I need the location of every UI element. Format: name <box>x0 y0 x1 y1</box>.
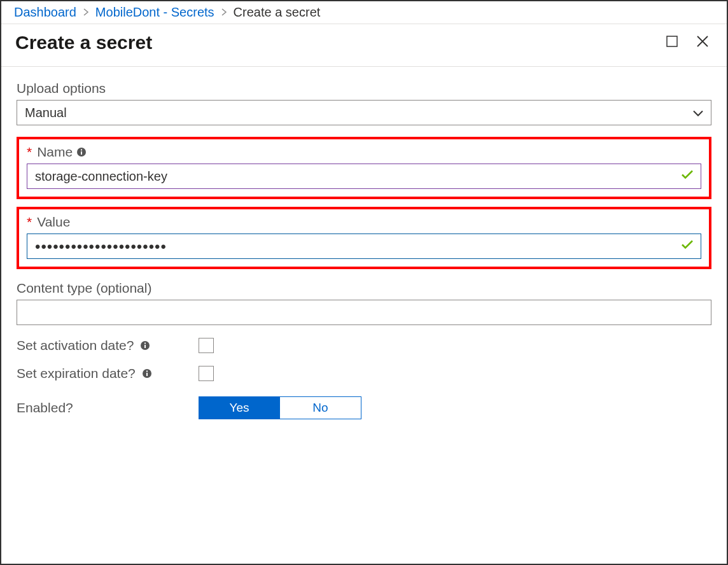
required-star-icon: * <box>27 144 32 160</box>
breadcrumb-mobiledont-secrets[interactable]: MobileDont - Secrets <box>95 5 214 20</box>
chevron-right-icon <box>221 7 227 18</box>
content-type-field: Content type (optional) <box>17 281 711 325</box>
activation-checkbox[interactable] <box>199 338 214 353</box>
enabled-row: Enabled? Yes No <box>17 396 711 419</box>
enabled-toggle: Yes No <box>199 396 361 419</box>
expiration-label: Set expiration date? <box>17 366 136 381</box>
name-label: Name <box>37 144 73 160</box>
value-input[interactable]: •••••••••••••••••••••• <box>27 234 701 259</box>
expiration-checkbox[interactable] <box>199 366 214 381</box>
upload-options-field: Upload options <box>17 81 711 125</box>
enabled-label: Enabled? <box>17 400 179 415</box>
value-label-row: * Value <box>27 214 701 230</box>
page-header: Create a secret <box>1 24 727 67</box>
enabled-no-button[interactable]: No <box>280 396 361 419</box>
activation-date-row: Set activation date? <box>17 338 711 353</box>
info-icon[interactable] <box>76 147 87 157</box>
chevron-right-icon <box>83 7 89 18</box>
svg-rect-0 <box>667 36 677 46</box>
maximize-icon[interactable] <box>666 35 678 51</box>
breadcrumb: Dashboard MobileDont - Secrets Create a … <box>1 1 727 24</box>
required-star-icon: * <box>27 214 32 230</box>
info-icon[interactable] <box>140 340 150 351</box>
svg-rect-5 <box>144 345 146 348</box>
value-highlight: * Value •••••••••••••••••••••• <box>17 207 711 269</box>
content-type-input[interactable] <box>17 300 711 325</box>
value-label: Value <box>37 214 70 230</box>
svg-rect-3 <box>81 150 82 151</box>
page-title: Create a secret <box>15 32 152 53</box>
breadcrumb-current: Create a secret <box>234 5 321 20</box>
check-icon <box>681 169 694 184</box>
enabled-yes-button[interactable]: Yes <box>199 396 280 419</box>
name-label-row: * Name <box>27 144 701 160</box>
upload-options-label: Upload options <box>17 81 711 96</box>
name-input[interactable] <box>27 164 701 189</box>
activation-label: Set activation date? <box>17 338 134 353</box>
header-actions <box>666 35 709 51</box>
content-type-label: Content type (optional) <box>17 281 711 296</box>
info-icon[interactable] <box>142 368 152 379</box>
upload-options-select[interactable] <box>17 100 711 125</box>
breadcrumb-dashboard[interactable]: Dashboard <box>14 5 76 20</box>
check-icon <box>681 239 694 254</box>
expiration-date-row: Set expiration date? <box>17 366 711 381</box>
svg-rect-2 <box>81 151 82 155</box>
close-icon[interactable] <box>696 35 709 51</box>
svg-rect-8 <box>146 373 148 376</box>
create-secret-form: Upload options * Name * Value <box>1 67 727 433</box>
name-highlight: * Name <box>17 137 711 199</box>
svg-rect-9 <box>146 371 148 372</box>
svg-rect-6 <box>144 343 146 344</box>
